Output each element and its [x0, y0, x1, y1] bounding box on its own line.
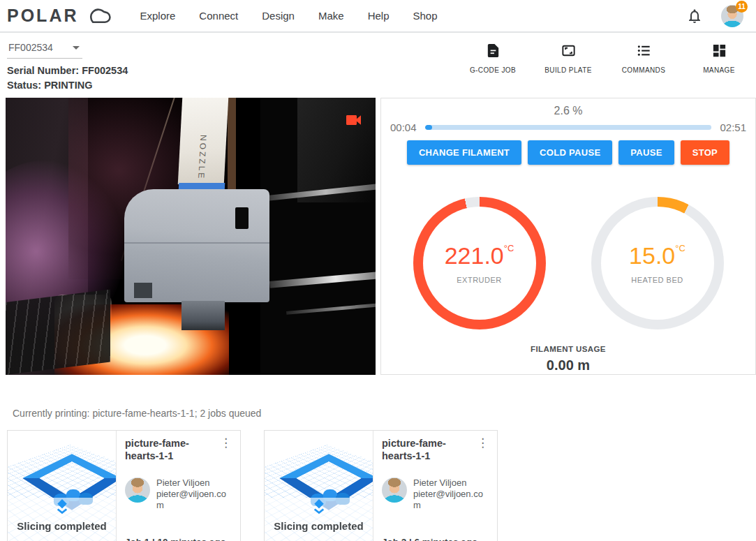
gcode-job-button[interactable]: G-CODE JOB	[466, 43, 520, 74]
command-list-icon	[636, 43, 652, 61]
printer-header: FF002534 Serial Number: FF002534 Status:…	[0, 34, 756, 98]
serial-value: FF002534	[82, 65, 128, 76]
stop-button[interactable]: STOP	[681, 140, 729, 165]
bed-temp-value: 15.0°C	[629, 242, 685, 269]
print-controls: CHANGE FILAMENT COLD PAUSE PAUSE STOP	[381, 140, 755, 165]
action-label: BUILD PLATE	[544, 66, 592, 74]
serial-label: Serial Number:	[7, 65, 79, 76]
printer-select-value: FF002534	[8, 42, 53, 53]
elapsed-time: 00:04	[390, 121, 417, 133]
slicing-status-overlay: Slicing completed	[8, 498, 116, 541]
job-meta: Job 1 | 10 minutes ago	[125, 537, 233, 541]
vertical-ellipsis-icon[interactable]: ⋮	[475, 437, 490, 462]
queue-summary: Currently printing: picture-fame-hearts-…	[13, 408, 261, 419]
nav-links: Explore Connect Design Make Help Shop	[140, 10, 438, 22]
job-meta: Job 2 | 6 minutes ago	[382, 537, 490, 541]
job-owner: Pieter Viljoen pieter@viljoen.com	[125, 477, 233, 511]
job-owner: Pieter Viljoen pieter@viljoen.com	[382, 477, 490, 511]
caret-down-icon	[73, 46, 80, 50]
top-nav: POLAR Explore Connect Design Make Help S…	[0, 0, 756, 33]
job-thumbnail: Slicing completed	[8, 431, 117, 541]
nav-right: 11	[686, 5, 743, 27]
progress-bar-fill	[425, 125, 433, 130]
layers-diamond-icon	[310, 499, 328, 517]
extruder-temp-value: 221.0°C	[445, 242, 514, 269]
job-title: picture-fame-hearts-1-1	[125, 437, 210, 462]
job-card-2[interactable]: Slicing completed picture-fame-hearts-1-…	[264, 430, 498, 541]
status-value: PRINTING	[44, 80, 92, 91]
nav-item-design[interactable]: Design	[262, 10, 295, 22]
owner-avatar	[382, 477, 407, 503]
nozzle-ribbon-label: NOZZLE	[196, 135, 208, 180]
videocam-icon[interactable]	[346, 114, 363, 126]
temperature-gauges: 221.0°C EXTRUDER 15.0°C HEATED BED	[381, 197, 755, 329]
status-line: Status: PRINTING	[7, 80, 92, 91]
serial-number-line: Serial Number: FF002534	[7, 65, 128, 76]
job-card-info: picture-fame-hearts-1-1 ⋮ Pieter Viljoen…	[117, 431, 240, 541]
user-avatar[interactable]: 11	[721, 5, 743, 27]
nav-item-help[interactable]: Help	[368, 10, 390, 22]
cloud-outline-icon	[83, 4, 112, 28]
brand-name: POLAR	[7, 6, 79, 26]
job-card-1[interactable]: Slicing completed picture-fame-hearts-1-…	[7, 430, 241, 541]
printer-actions: G-CODE JOB BUILD PLATE COMMANDS MANAGE	[466, 43, 746, 74]
nav-item-explore[interactable]: Explore	[140, 10, 176, 22]
slicing-status-text: Slicing completed	[274, 520, 363, 532]
nozzle-ribbon-cable: NOZZLE	[178, 98, 228, 184]
nav-item-connect[interactable]: Connect	[199, 10, 238, 22]
page: POLAR Explore Connect Design Make Help S…	[0, 0, 756, 541]
action-label: MANAGE	[703, 66, 735, 74]
printer-select[interactable]: FF002534	[7, 40, 82, 59]
manage-button[interactable]: MANAGE	[692, 43, 746, 74]
progress-row: 00:04 02:51	[381, 121, 755, 133]
heated-bed-gauge: 15.0°C HEATED BED	[591, 197, 724, 329]
extruder-gauge: 221.0°C EXTRUDER	[413, 197, 546, 329]
extruder-gauge-label: EXTRUDER	[457, 276, 502, 284]
action-label: COMMANDS	[622, 66, 666, 74]
extruder-head	[124, 189, 269, 302]
owner-email: pieter@viljoen.com	[156, 489, 226, 510]
job-title: picture-fame-hearts-1-1	[382, 437, 467, 462]
dashboard-icon	[711, 43, 727, 61]
progress-percent: 2.6 %	[381, 105, 755, 117]
job-card-info: picture-fame-hearts-1-1 ⋮ Pieter Viljoen…	[373, 431, 497, 541]
gcode-document-icon	[485, 43, 501, 61]
action-label: G-CODE JOB	[470, 66, 516, 74]
slicing-status-text: Slicing completed	[17, 520, 106, 532]
print-status-panel: 2.6 % 00:04 02:51 CHANGE FILAMENT COLD P…	[380, 98, 756, 375]
status-label: Status:	[7, 80, 41, 91]
owner-name: Pieter Viljoen	[156, 477, 209, 488]
filament-usage-label: FILAMENT USAGE	[381, 345, 755, 353]
build-plate-icon	[561, 43, 577, 61]
brand-logo[interactable]: POLAR	[7, 4, 112, 28]
nav-item-shop[interactable]: Shop	[413, 10, 437, 22]
slicing-status-overlay: Slicing completed	[265, 498, 373, 541]
owner-name: Pieter Viljoen	[413, 477, 466, 488]
cold-pause-button[interactable]: COLD PAUSE	[528, 140, 612, 165]
pause-button[interactable]: PAUSE	[618, 140, 674, 165]
job-cards: Slicing completed picture-fame-hearts-1-…	[7, 430, 498, 541]
layers-diamond-icon	[53, 499, 71, 517]
notification-count-badge: 11	[736, 1, 748, 13]
nav-item-make[interactable]: Make	[318, 10, 344, 22]
vertical-ellipsis-icon[interactable]: ⋮	[218, 437, 233, 462]
change-filament-button[interactable]: CHANGE FILAMENT	[407, 140, 521, 165]
remaining-time: 02:51	[720, 121, 746, 133]
printer-webcam-stream: NOZZLE	[6, 98, 376, 375]
build-plate-button[interactable]: BUILD PLATE	[541, 43, 595, 74]
job-thumbnail: Slicing completed	[265, 431, 373, 541]
filament-usage-value: 0.00 m	[381, 357, 755, 373]
owner-avatar	[125, 477, 150, 503]
bed-gauge-label: HEATED BED	[631, 276, 683, 284]
commands-button[interactable]: COMMANDS	[616, 43, 671, 74]
owner-email: pieter@viljoen.com	[413, 489, 483, 510]
bell-icon[interactable]	[686, 8, 703, 24]
progress-bar	[425, 125, 712, 130]
